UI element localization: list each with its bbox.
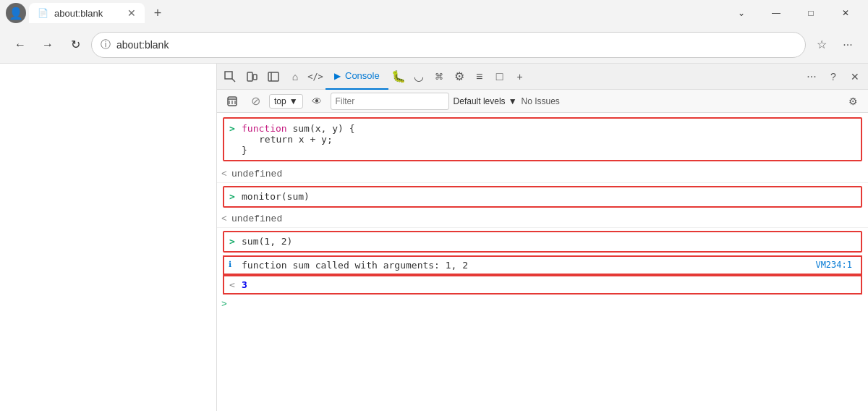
svg-line-1 bbox=[232, 79, 235, 82]
context-arrow-icon: ▼ bbox=[289, 96, 298, 106]
console-tab-icon: ▶ bbox=[334, 71, 341, 81]
address-bar[interactable]: ⓘ about:blank bbox=[91, 32, 806, 58]
devtools-tabs: ⌂ </> ▶ Console 🐛 ◡ ⌘ ⚙ ≡ □ + bbox=[285, 64, 800, 90]
elements-tab-button[interactable]: </> bbox=[305, 67, 326, 86]
close-button[interactable]: ✕ bbox=[829, 1, 862, 25]
code-line-3: sum(1, 2) bbox=[242, 236, 292, 247]
filter-input[interactable] bbox=[331, 93, 449, 110]
browser-window: 👤 📄 about:blank ✕ + ⌄ — □ ✕ ← → ↻ ⓘ abou… bbox=[0, 0, 868, 411]
svg-rect-2 bbox=[247, 72, 252, 81]
refresh-button[interactable]: ↻ bbox=[64, 33, 87, 56]
devtools-help-button[interactable]: ? bbox=[823, 67, 843, 86]
result-value: 3 bbox=[242, 279, 247, 290]
devtools-panel: ⌂ </> ▶ Console 🐛 ◡ ⌘ ⚙ ≡ □ + ··· ? ✕ bbox=[217, 64, 868, 411]
context-selector[interactable]: top ▼ bbox=[269, 94, 303, 109]
emulation-button[interactable] bbox=[242, 67, 262, 86]
console-filter-button[interactable]: ⊘ bbox=[246, 93, 265, 110]
console-clear-button[interactable] bbox=[223, 93, 242, 110]
console-tab-label: Console bbox=[345, 70, 380, 81]
console-tab[interactable]: ▶ Console bbox=[326, 64, 388, 90]
network-tab-button[interactable]: ◡ bbox=[409, 67, 429, 86]
minimize-button[interactable]: — bbox=[760, 1, 793, 25]
nav-right: ☆ ··· bbox=[810, 33, 859, 56]
console-output: > function sum(x, y) { return x + y; } <… bbox=[217, 113, 868, 411]
levels-arrow-icon: ▼ bbox=[509, 96, 517, 106]
more-button[interactable]: ··· bbox=[836, 33, 859, 56]
console-output-2: < undefined bbox=[217, 211, 868, 228]
no-issues-label: No Issues bbox=[522, 96, 560, 106]
tab-page-icon: 📄 bbox=[38, 8, 48, 18]
console-input-entry-1: > function sum(x, y) { return x + y; } bbox=[223, 117, 862, 161]
console-input-entry-3: > sum(1, 2) bbox=[223, 231, 862, 253]
svg-rect-3 bbox=[253, 75, 257, 80]
memory-tab-button[interactable]: ⚙ bbox=[449, 67, 469, 86]
inspect-element-button[interactable] bbox=[220, 67, 240, 86]
window-controls: ⌄ — □ ✕ bbox=[725, 1, 862, 25]
devtools-toolbar: ⌂ </> ▶ Console 🐛 ◡ ⌘ ⚙ ≡ □ + ··· ? ✕ bbox=[217, 64, 868, 90]
console-empty-prompt[interactable]: > bbox=[217, 295, 868, 303]
profile-icon[interactable]: 👤 bbox=[6, 3, 26, 23]
default-levels-dropdown[interactable]: Default levels ▼ bbox=[454, 96, 517, 106]
devtools-area: ⌂ </> ▶ Console 🐛 ◡ ⌘ ⚙ ≡ □ + ··· ? ✕ bbox=[0, 64, 868, 411]
tab-bar: 📄 about:blank ✕ + bbox=[29, 3, 725, 23]
favorites-button[interactable]: ☆ bbox=[810, 33, 833, 56]
vm-link[interactable]: VM234:1 bbox=[815, 260, 852, 270]
accessibility-tab-button[interactable]: □ bbox=[490, 67, 510, 86]
svg-rect-0 bbox=[225, 72, 232, 79]
tab-title: about:blank bbox=[54, 8, 103, 19]
home-tab-button[interactable]: ⌂ bbox=[285, 67, 305, 86]
devtools-close-button[interactable]: ✕ bbox=[845, 67, 865, 86]
console-info-line: ℹ function sum called with arguments: 1,… bbox=[223, 255, 862, 275]
new-tab-button[interactable]: + bbox=[148, 3, 168, 23]
address-text: about:blank bbox=[116, 39, 169, 51]
output-text-1: undefined bbox=[231, 169, 282, 179]
input-prompt-2: > bbox=[229, 191, 235, 202]
chevron-button[interactable]: ⌄ bbox=[725, 1, 758, 25]
info-icon: ⓘ bbox=[101, 38, 111, 51]
maximize-button[interactable]: □ bbox=[794, 1, 827, 25]
output-symbol-1: < bbox=[221, 169, 227, 179]
input-prompt-1: > bbox=[229, 123, 235, 134]
page-content bbox=[0, 64, 217, 411]
context-value: top bbox=[274, 96, 286, 106]
console-toolbar: ⊘ top ▼ 👁 Default levels ▼ No Issues ⚙ bbox=[217, 90, 868, 113]
info-icon-left: ℹ bbox=[229, 260, 231, 269]
browser-tab[interactable]: 📄 about:blank ✕ bbox=[29, 3, 145, 23]
sidebar-button[interactable] bbox=[263, 67, 284, 86]
result-symbol: < bbox=[229, 279, 235, 290]
output-symbol-2: < bbox=[221, 213, 227, 224]
default-levels-label: Default levels bbox=[454, 96, 506, 106]
svg-rect-4 bbox=[268, 72, 278, 81]
performance-tab-button[interactable]: ⌘ bbox=[429, 67, 449, 86]
back-button[interactable]: ← bbox=[9, 33, 32, 56]
console-settings-button[interactable]: ⚙ bbox=[843, 93, 862, 110]
title-bar: 👤 📄 about:blank ✕ + ⌄ — □ ✕ bbox=[0, 0, 868, 26]
info-text: function sum called with arguments: 1, 2 bbox=[242, 260, 468, 271]
empty-prompt-symbol: > bbox=[221, 299, 227, 310]
debugger-tab-button[interactable]: 🐛 bbox=[388, 67, 409, 86]
storage-tab-button[interactable]: ≡ bbox=[469, 67, 490, 86]
forward-button[interactable]: → bbox=[36, 33, 59, 56]
eye-icon-button[interactable]: 👁 bbox=[307, 93, 326, 110]
input-prompt-3: > bbox=[229, 236, 235, 247]
code-line-2: monitor(sum) bbox=[242, 191, 310, 202]
code-line-1: function sum(x, y) { return x + y; } bbox=[242, 123, 855, 156]
title-bar-left: 👤 bbox=[6, 3, 26, 23]
console-output-1: < undefined bbox=[217, 166, 868, 183]
devtools-more-button[interactable]: ··· bbox=[801, 67, 822, 86]
console-input-entry-2: > monitor(sum) bbox=[223, 186, 862, 208]
nav-bar: ← → ↻ ⓘ about:blank ☆ ··· bbox=[0, 26, 868, 64]
console-result-line: < 3 bbox=[223, 275, 862, 295]
add-tab-button[interactable]: + bbox=[510, 67, 530, 86]
tab-close-button[interactable]: ✕ bbox=[127, 7, 136, 19]
output-text-2: undefined bbox=[231, 213, 282, 224]
